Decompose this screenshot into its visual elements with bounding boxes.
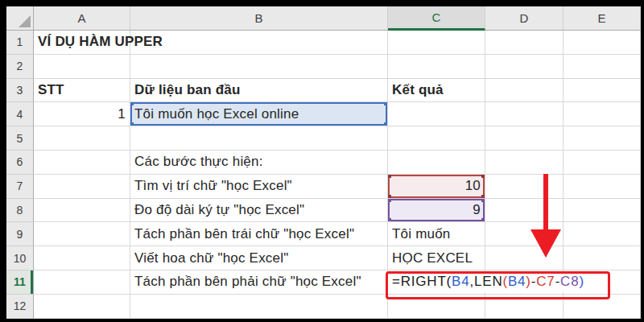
column-header-B[interactable]: B	[130, 6, 388, 31]
cell-B4-value: Tôi muốn học Excel online	[134, 106, 299, 122]
formula-token: =RIGHT(	[392, 274, 452, 289]
cell-C4[interactable]	[388, 102, 485, 126]
cell-D3[interactable]	[485, 79, 564, 103]
row-header-2[interactable]: 2	[6, 55, 34, 79]
cell-B6[interactable]: Các bước thực hiện:	[130, 151, 388, 175]
cell-C10[interactable]: HỌC EXCEL	[388, 246, 485, 270]
cell-E6[interactable]	[564, 151, 641, 175]
cell-B11[interactable]: Tách phần bên phải chữ "học Excel"	[130, 270, 388, 295]
row-header-5[interactable]: 5	[6, 126, 34, 151]
cell-A3[interactable]: STT	[34, 79, 130, 103]
cell-A10[interactable]	[34, 246, 130, 270]
row-header-3[interactable]: 3	[6, 79, 34, 103]
worksheet-grid: A B C D E 1 VÍ DỤ HÀM UPPER 2 3 STT Dữ l…	[6, 6, 641, 319]
cell-C6[interactable]	[388, 151, 485, 175]
cell-E3[interactable]	[564, 79, 641, 103]
column-header-A[interactable]: A	[34, 6, 130, 31]
cell-E2[interactable]	[564, 55, 641, 79]
formula-token: C8	[560, 274, 579, 289]
formula-token: ,LEN	[469, 274, 502, 289]
column-header-E[interactable]: E	[564, 6, 641, 31]
cell-D1[interactable]	[485, 31, 564, 55]
select-all-triangle-icon	[19, 15, 31, 27]
row-header-10[interactable]: 10	[6, 246, 34, 270]
cell-E10[interactable]	[564, 246, 641, 270]
column-header-C[interactable]: C	[388, 6, 485, 31]
cell-C2[interactable]	[388, 55, 485, 79]
cell-D5[interactable]	[485, 126, 564, 151]
cell-D6[interactable]	[485, 151, 564, 175]
cell-A2[interactable]	[34, 55, 130, 79]
cell-A11[interactable]	[34, 270, 130, 295]
cell-C1[interactable]	[388, 31, 485, 55]
cell-D8[interactable]	[485, 199, 564, 223]
cell-C12[interactable]	[388, 295, 485, 319]
red-down-arrow-icon	[543, 174, 548, 230]
select-all-corner[interactable]	[6, 6, 34, 31]
row-header-11[interactable]: 11	[6, 270, 34, 295]
cell-B4[interactable]: Tôi muốn học Excel online	[130, 102, 388, 126]
row-header-6[interactable]: 6	[6, 151, 34, 175]
cell-B1[interactable]	[130, 31, 388, 55]
row-header-4[interactable]: 4	[6, 102, 34, 126]
cell-C7-value: 10	[465, 178, 481, 194]
cell-B2[interactable]	[130, 55, 388, 79]
cell-C8-value: 9	[473, 202, 481, 218]
cell-E4[interactable]	[564, 102, 641, 126]
cell-C7[interactable]: 10	[388, 175, 485, 199]
cell-E1[interactable]	[564, 31, 641, 55]
formula-token: )	[579, 274, 584, 289]
row-header-7[interactable]: 7	[6, 175, 34, 199]
column-header-D[interactable]: D	[485, 6, 564, 31]
cell-C11-formula-input[interactable]: =RIGHT(B4,LEN(B4)-C7-C8)	[388, 270, 485, 295]
cell-C3[interactable]: Kết quả	[388, 79, 485, 103]
cell-A1[interactable]: VÍ DỤ HÀM UPPER	[34, 31, 130, 55]
row-header-1[interactable]: 1	[6, 31, 34, 55]
cell-A5[interactable]	[34, 126, 130, 151]
spreadsheet-screenshot: A B C D E 1 VÍ DỤ HÀM UPPER 2 3 STT Dữ l…	[0, 0, 644, 322]
formula-token: C7	[536, 274, 555, 289]
cell-E12[interactable]	[564, 295, 641, 319]
cell-C8[interactable]: 9	[388, 199, 485, 223]
cell-B5[interactable]	[130, 126, 388, 151]
red-down-arrowhead-icon	[530, 229, 561, 258]
cell-C5[interactable]	[388, 126, 485, 151]
cell-A8[interactable]	[34, 199, 130, 223]
cell-D7[interactable]	[485, 175, 564, 199]
cell-B10[interactable]: Viết hoa chữ "học Excel"	[130, 246, 388, 270]
cell-D2[interactable]	[485, 55, 564, 79]
formula-token: B4	[508, 274, 526, 289]
cell-E5[interactable]	[564, 126, 641, 151]
row-header-8[interactable]: 8	[6, 199, 34, 223]
cell-C9[interactable]: Tôi muốn	[388, 222, 485, 246]
cell-E8[interactable]	[564, 199, 641, 223]
cell-A12[interactable]	[34, 295, 130, 319]
cell-B7[interactable]: Tìm vị trí chữ "học Excel"	[130, 175, 388, 199]
cell-A9[interactable]	[34, 222, 130, 246]
cell-E7[interactable]	[564, 175, 641, 199]
cell-A6[interactable]	[34, 151, 130, 175]
reference-highlight-C8	[388, 199, 485, 222]
row-header-12[interactable]: 12	[6, 295, 34, 319]
row-header-9[interactable]: 9	[6, 222, 34, 246]
formula-token: B4	[452, 274, 469, 289]
cell-E9[interactable]	[564, 222, 641, 246]
cell-B8[interactable]: Đo độ dài ký tự "học Excel"	[130, 199, 388, 223]
cell-A7[interactable]	[34, 175, 130, 199]
formula-text: =RIGHT(B4,LEN(B4)-C7-C8)	[390, 271, 588, 292]
cell-D4[interactable]	[485, 102, 564, 126]
cell-A4[interactable]: 1	[34, 102, 130, 126]
cell-D12[interactable]	[485, 295, 564, 319]
cell-B3[interactable]: Dữ liệu ban đầu	[130, 79, 388, 103]
cell-B9[interactable]: Tách phần bên trái chữ "học Excel"	[130, 222, 388, 246]
cell-B12[interactable]	[130, 295, 388, 319]
